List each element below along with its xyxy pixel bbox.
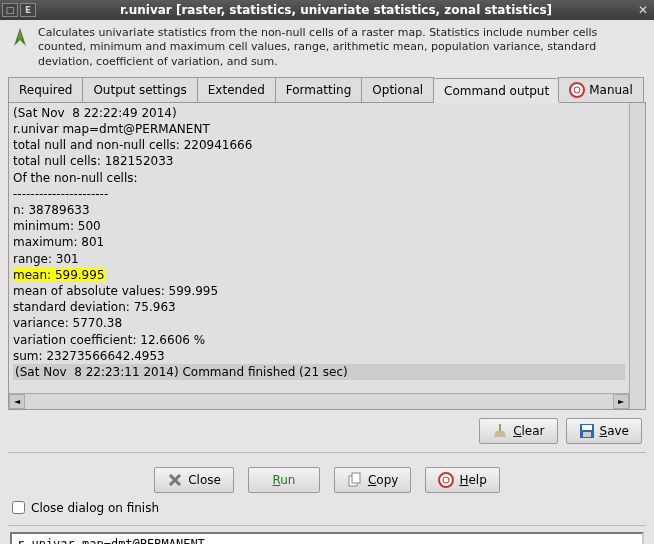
save-button[interactable]: Save xyxy=(566,418,642,444)
svg-rect-5 xyxy=(583,432,591,437)
close-on-finish-label: Close dialog on finish xyxy=(31,501,159,515)
window-title: r.univar [raster, statistics, univariate… xyxy=(38,3,634,17)
run-button[interactable]: Run xyxy=(248,467,320,493)
tab-label: Manual xyxy=(589,83,633,97)
button-label-rest: un xyxy=(280,473,295,487)
tab-label: Output settings xyxy=(93,83,186,97)
highlighted-mean: mean: 599.995 xyxy=(13,268,105,282)
close-button[interactable]: Close xyxy=(154,467,234,493)
clear-button[interactable]: Clear xyxy=(479,418,557,444)
button-label-rest: ave xyxy=(607,424,629,438)
lifebuoy-icon xyxy=(569,82,585,98)
horizontal-scrollbar[interactable]: ◄ ► xyxy=(9,393,629,409)
window-titlebar: □ E r.univar [raster, statistics, univar… xyxy=(0,0,654,20)
tab-label: Command output xyxy=(444,84,549,98)
tab-command-output[interactable]: Command output xyxy=(433,78,560,103)
svg-rect-4 xyxy=(582,425,592,430)
svg-point-9 xyxy=(443,477,449,483)
description-text: Calculates univariate statistics from th… xyxy=(38,26,646,69)
button-label: C xyxy=(513,424,521,438)
minimize-button[interactable]: □ xyxy=(2,3,18,17)
command-output-text[interactable]: (Sat Nov 8 22:22:49 2014) r.univar map=d… xyxy=(9,103,629,393)
close-on-finish-checkbox[interactable] xyxy=(12,501,25,514)
maximize-button[interactable]: E xyxy=(20,3,36,17)
separator xyxy=(8,452,646,453)
button-label: Close xyxy=(188,473,221,487)
tab-required[interactable]: Required xyxy=(8,77,83,102)
button-label-rest: opy xyxy=(376,473,398,487)
command-field[interactable]: r.univar map=dmt@PERMANENT xyxy=(10,532,644,544)
scroll-track[interactable] xyxy=(25,394,613,409)
broom-icon xyxy=(492,423,508,439)
action-buttons-row: Close Run Copy Help xyxy=(8,459,646,499)
vertical-scrollbar[interactable] xyxy=(629,103,645,409)
tab-label: Optional xyxy=(372,83,423,97)
tab-label: Extended xyxy=(208,83,265,97)
content-area: Calculates univariate statistics from th… xyxy=(0,20,654,544)
output-buttons-row: Clear Save xyxy=(8,410,646,450)
scroll-left-icon[interactable]: ◄ xyxy=(9,394,25,409)
separator xyxy=(8,525,646,526)
close-icon xyxy=(167,472,183,488)
window-close-button[interactable]: ✕ xyxy=(634,3,652,17)
copy-icon xyxy=(347,472,363,488)
svg-point-1 xyxy=(574,87,580,93)
output-panel: (Sat Nov 8 22:22:49 2014) r.univar map=d… xyxy=(8,103,646,410)
help-button[interactable]: Help xyxy=(425,467,499,493)
scroll-right-icon[interactable]: ► xyxy=(613,394,629,409)
floppy-icon xyxy=(579,423,595,439)
svg-rect-2 xyxy=(499,424,501,431)
tab-manual[interactable]: Manual xyxy=(558,77,644,102)
button-label: S xyxy=(600,424,608,438)
tab-label: Required xyxy=(19,83,72,97)
tab-output-settings[interactable]: Output settings xyxy=(82,77,197,102)
close-on-finish-row: Close dialog on finish xyxy=(8,499,646,523)
tab-optional[interactable]: Optional xyxy=(361,77,434,102)
tab-extended[interactable]: Extended xyxy=(197,77,276,102)
svg-rect-7 xyxy=(352,473,360,483)
tab-formatting[interactable]: Formatting xyxy=(275,77,363,102)
button-label-rest: lear xyxy=(522,424,545,438)
description-row: Calculates univariate statistics from th… xyxy=(8,26,646,69)
tab-bar: Required Output settings Extended Format… xyxy=(8,77,646,103)
grass-icon xyxy=(8,26,32,50)
copy-button[interactable]: Copy xyxy=(334,467,411,493)
lifebuoy-icon xyxy=(438,472,454,488)
button-label-rest: elp xyxy=(468,473,486,487)
tab-label: Formatting xyxy=(286,83,352,97)
